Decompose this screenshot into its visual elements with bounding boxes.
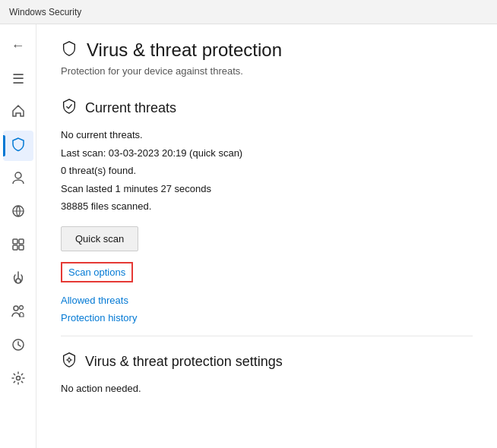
title-bar-text: Windows Security: [9, 7, 81, 17]
device-icon: [11, 270, 26, 289]
svg-point-6: [16, 279, 21, 283]
sidebar-item-history[interactable]: [3, 331, 33, 361]
no-threats-text: No current threats.: [61, 128, 473, 143]
shield-icon: [11, 137, 26, 156]
virus-settings-status: No action needed.: [61, 381, 473, 396]
svg-point-7: [14, 306, 18, 311]
app-container: ← ☰: [0, 24, 497, 448]
back-icon: ←: [11, 38, 25, 54]
sidebar: ← ☰: [0, 24, 36, 448]
files-scanned-text: 38885 files scanned.: [61, 199, 473, 214]
svg-rect-4: [13, 245, 17, 250]
sidebar-item-menu[interactable]: ☰: [3, 64, 33, 94]
quick-scan-button[interactable]: Quick scan: [61, 226, 138, 251]
history-icon: [11, 337, 26, 356]
current-threats-title: Current threats: [85, 100, 176, 116]
sidebar-item-account[interactable]: [3, 164, 33, 194]
current-threats-icon: [61, 98, 78, 118]
sidebar-item-firewall[interactable]: [3, 197, 33, 228]
sidebar-item-device[interactable]: [3, 264, 33, 295]
svg-point-8: [19, 305, 23, 309]
svg-point-10: [16, 376, 20, 380]
sidebar-item-family[interactable]: [3, 298, 33, 328]
threat-info-block: No current threats. Last scan: 03-03-202…: [61, 128, 473, 214]
last-scan-text: Last scan: 03-03-2023 20:19 (quick scan): [61, 146, 473, 161]
scan-options-link-wrapper: Scan options: [61, 262, 473, 289]
svg-rect-3: [19, 239, 24, 244]
menu-icon: ☰: [12, 71, 24, 87]
home-icon: [11, 103, 26, 122]
svg-point-0: [15, 172, 21, 178]
sidebar-item-back[interactable]: ←: [3, 30, 33, 61]
page-subtitle: Protection for your device against threa…: [61, 65, 473, 77]
page-title: Virus & threat protection: [87, 39, 282, 61]
app-icon: [11, 237, 26, 256]
account-icon: [11, 170, 26, 189]
sidebar-item-settings[interactable]: [3, 364, 33, 395]
virus-settings-header: Virus & threat protection settings: [61, 352, 473, 372]
settings-icon: [11, 371, 26, 390]
main-content: Virus & threat protection Protection for…: [36, 24, 497, 448]
page-title-icon: [61, 40, 78, 60]
current-threats-section: Current threats No current threats. Last…: [61, 98, 473, 323]
allowed-threats-link[interactable]: Allowed threats: [61, 295, 473, 306]
svg-rect-5: [19, 245, 24, 250]
sidebar-item-shield[interactable]: [3, 131, 33, 161]
current-threats-header: Current threats: [61, 98, 473, 118]
scan-options-link[interactable]: Scan options: [61, 262, 133, 282]
virus-settings-title: Virus & threat protection settings: [85, 354, 283, 370]
sidebar-item-home[interactable]: [3, 97, 33, 128]
section-divider: [61, 336, 473, 336]
firewall-icon: [11, 203, 26, 222]
virus-settings-icon: [61, 352, 78, 372]
virus-settings-section: Virus & threat protection settings No ac…: [61, 352, 473, 396]
scan-duration-text: Scan lasted 1 minutes 27 seconds: [61, 181, 473, 197]
protection-history-link[interactable]: Protection history: [61, 312, 473, 323]
threats-found-text: 0 threat(s) found.: [61, 163, 473, 178]
title-bar: Windows Security: [0, 0, 497, 24]
family-icon: [11, 304, 26, 323]
sidebar-item-app[interactable]: [3, 231, 33, 261]
page-header: Virus & threat protection: [61, 39, 473, 61]
svg-rect-2: [13, 239, 17, 244]
